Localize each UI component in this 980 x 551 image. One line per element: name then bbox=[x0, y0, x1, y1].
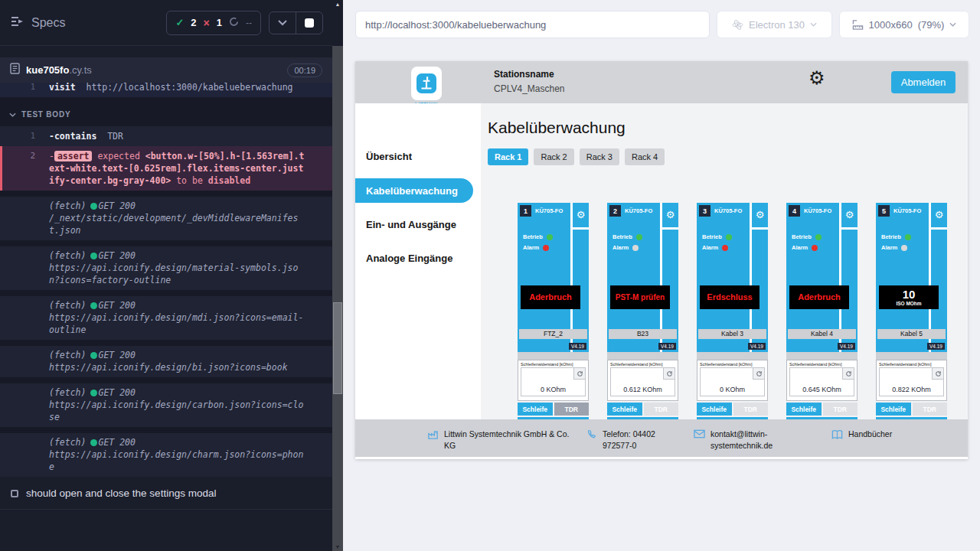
status-display: PST-M prüfen bbox=[610, 285, 670, 309]
sidebar-item-kabelueberwachung-active[interactable]: Kabelüberwachung bbox=[355, 178, 473, 203]
panel-gear-icon[interactable]: ⚙ bbox=[931, 203, 947, 230]
firmware-version: V4.19 bbox=[838, 343, 855, 350]
visit-url: http://localhost:3000/kabelueberwachung bbox=[86, 83, 292, 93]
settings-gear-icon[interactable]: ⚙ bbox=[808, 69, 825, 87]
panel-gear-icon[interactable]: ⚙ bbox=[752, 203, 768, 230]
command-contains[interactable]: 1 -contains TDR bbox=[0, 126, 332, 146]
test-body-section[interactable]: TEST BODY bbox=[9, 110, 332, 119]
panel-gear-icon[interactable]: ⚙ bbox=[841, 203, 858, 230]
firmware-version: V4.19 bbox=[748, 343, 766, 350]
tdr-button[interactable]: TDR bbox=[823, 403, 858, 416]
refresh-button[interactable] bbox=[573, 368, 585, 380]
schleife-button[interactable]: Schleife bbox=[518, 403, 553, 416]
sidebar-item-ein-und-ausgaenge[interactable]: Ein- und Ausgänge bbox=[366, 219, 456, 230]
url-input[interactable]: http://localhost:3000/kabelueberwachung bbox=[355, 11, 710, 38]
pending-test-row[interactable]: should open and close the settings modal bbox=[11, 487, 332, 499]
betrieb-led bbox=[726, 234, 732, 240]
sidebar-item-uebersicht[interactable]: Übersicht bbox=[366, 151, 412, 162]
alarm-label: Alarm bbox=[612, 244, 629, 251]
tdr-button[interactable]: TDR bbox=[554, 403, 590, 416]
runner-url-bar: http://localhost:3000/kabelueberwachung … bbox=[343, 0, 980, 38]
cable-name: Kabel 4 bbox=[788, 329, 856, 339]
viewport-selector[interactable]: 1000x660 (79%) bbox=[839, 11, 969, 38]
fetch-log-row[interactable]: (fetch)GET 200https://api.iconify.design… bbox=[0, 296, 332, 340]
resistance-value: 0.822 KOhm bbox=[880, 386, 943, 393]
schleife-button[interactable]: Schleife bbox=[786, 403, 822, 416]
panel-divider bbox=[518, 352, 589, 360]
schleife-button[interactable]: Schleife bbox=[607, 403, 642, 416]
alarm-led bbox=[632, 245, 639, 251]
betrieb-label: Betrieb bbox=[792, 233, 812, 240]
fetch-log-row[interactable]: (fetch)GET 200https://api.iconify.design… bbox=[0, 346, 332, 377]
sidebar-item-analoge-eingaenge[interactable]: Analoge Eingänge bbox=[366, 253, 452, 264]
tab-rack-3[interactable]: Rack 3 bbox=[580, 148, 619, 165]
panel-gear-icon[interactable]: ⚙ bbox=[662, 203, 678, 230]
station-label: Stationsname bbox=[494, 69, 565, 80]
passed-icon: ✓ bbox=[175, 17, 184, 28]
panel-divider bbox=[876, 352, 947, 360]
tab-rack-4[interactable]: Rack 4 bbox=[625, 148, 665, 165]
firmware-version: V4.19 bbox=[927, 343, 945, 350]
collapse-chevron-icon[interactable] bbox=[270, 12, 296, 34]
specs-list-icon[interactable] bbox=[9, 14, 24, 32]
logout-button[interactable]: Abmelden bbox=[891, 71, 956, 93]
fetch-log-row[interactable]: (fetch)GET 200https://api.iconify.design… bbox=[0, 383, 332, 427]
status-ok-dot bbox=[90, 203, 97, 210]
electron-icon bbox=[732, 19, 743, 31]
visit-command: visit bbox=[49, 83, 76, 93]
device-panel-5: ⚙ 5KÜ705-FO Betrieb Alarm 10 ISO MOhm Ka… bbox=[876, 203, 947, 419]
panel-number: 3 bbox=[699, 205, 710, 217]
scroll-down-icon[interactable]: ▼ bbox=[332, 544, 343, 549]
footer-phone[interactable]: Telefon: 04402 972577-0 bbox=[586, 429, 686, 452]
reporter-header: Specs ✓ 2 × 1 -- bbox=[0, 0, 332, 46]
firmware-version: V4.19 bbox=[658, 343, 676, 350]
tab-rack-2[interactable]: Rack 2 bbox=[534, 148, 573, 165]
cable-name: B23 bbox=[609, 329, 677, 339]
littwin-logo-icon bbox=[416, 73, 436, 93]
tab-rack-1[interactable]: Rack 1 bbox=[488, 148, 528, 165]
pending-icon bbox=[229, 16, 239, 30]
email-icon bbox=[694, 429, 705, 439]
viewport-size: 1000x660 bbox=[869, 19, 913, 31]
scrollbar-track[interactable] bbox=[332, 46, 343, 551]
tdr-button[interactable]: TDR bbox=[733, 403, 769, 416]
schleife-button[interactable]: Schleife bbox=[697, 403, 732, 416]
fetch-log-row[interactable]: (fetch)GET 200https://api.iconify.design… bbox=[0, 246, 332, 290]
failed-icon: × bbox=[204, 17, 210, 29]
fetch-log-row[interactable]: (fetch)GET 200https://api.iconify.design… bbox=[0, 433, 332, 477]
app-under-test: Stationsname CPLV4_Maschen ⚙ Abmelden LI… bbox=[355, 61, 968, 459]
scrollbar-thumb[interactable] bbox=[333, 302, 342, 394]
pending-count: -- bbox=[246, 18, 252, 28]
tdr-button[interactable]: TDR bbox=[644, 403, 679, 416]
status-display: Aderbruch bbox=[521, 285, 580, 309]
alarm-label: Alarm bbox=[881, 244, 897, 251]
schleife-button[interactable]: Schleife bbox=[876, 403, 911, 416]
device-panel-1: ⚙ 1KÜ705-FO Betrieb Alarm Aderbruch FTZ_… bbox=[518, 203, 589, 419]
scroll-up-icon[interactable]: ▲ bbox=[332, 2, 343, 7]
alarm-label: Alarm bbox=[523, 244, 539, 251]
assert-expected: expected bbox=[97, 151, 139, 161]
firmware-version: V4.19 bbox=[569, 343, 586, 350]
refresh-button[interactable] bbox=[932, 368, 943, 380]
refresh-button[interactable] bbox=[842, 368, 854, 380]
command-visit[interactable]: 1 visit http://localhost:3000/kabelueber… bbox=[0, 83, 332, 97]
stop-button[interactable] bbox=[296, 12, 322, 34]
footer-company: Littwin Systemtechnik GmbH & Co. KG bbox=[427, 429, 584, 452]
panel-number: 5 bbox=[878, 205, 890, 217]
panel-number: 1 bbox=[520, 205, 531, 217]
spec-file-row[interactable]: kue705fo .cy.ts 00:19 bbox=[0, 57, 332, 83]
status-ok-dot bbox=[90, 352, 97, 359]
test-stats: ✓ 2 × 1 -- bbox=[166, 11, 261, 35]
refresh-button[interactable] bbox=[663, 368, 675, 380]
tdr-button[interactable]: TDR bbox=[913, 403, 948, 416]
refresh-button[interactable] bbox=[753, 368, 764, 380]
footer-manuals[interactable]: Handbücher bbox=[831, 429, 892, 440]
footer-email[interactable]: kontakt@littwin-systemtechnik.de bbox=[694, 429, 808, 452]
chevron-down-icon bbox=[810, 22, 817, 27]
panel-gear-icon[interactable]: ⚙ bbox=[573, 203, 589, 230]
betrieb-led bbox=[815, 234, 822, 240]
fetch-log-row[interactable]: (fetch)GET 200/_next/static/development/… bbox=[0, 197, 332, 240]
command-assert-failed[interactable]: 2 -assert expected <button.w-[50%].h-[1.… bbox=[0, 146, 332, 191]
browser-selector[interactable]: Electron 130 bbox=[717, 11, 832, 38]
app-sidebar: Übersicht Kabelüberwachung Ein- und Ausg… bbox=[355, 103, 481, 459]
